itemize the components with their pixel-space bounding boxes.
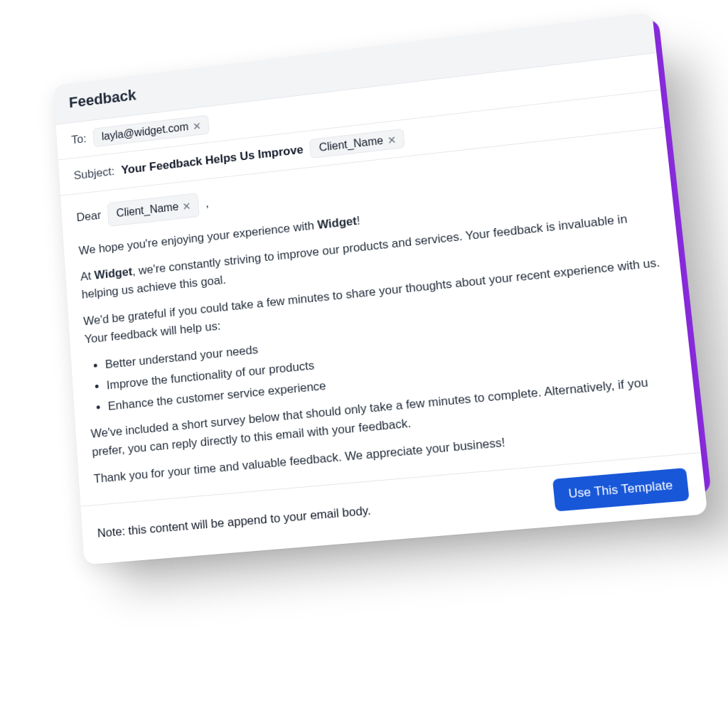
use-template-button[interactable]: Use This Template <box>552 468 690 512</box>
greeting-prefix: Dear <box>76 207 102 228</box>
greeting-variable-chip[interactable]: Client_Name ✕ <box>107 193 199 227</box>
to-chip-text: layla@widget.com <box>101 121 188 143</box>
subject-variable-chip[interactable]: Client_Name ✕ <box>309 129 405 159</box>
close-icon[interactable]: ✕ <box>192 120 201 132</box>
close-icon[interactable]: ✕ <box>182 200 191 212</box>
greeting-suffix: , <box>205 195 209 213</box>
to-chip[interactable]: layla@widget.com ✕ <box>92 115 210 148</box>
footer-note: Note: this content will be append to you… <box>97 503 371 541</box>
greeting-chip-text: Client_Name <box>116 198 179 222</box>
to-label: To: <box>71 132 87 147</box>
subject-chip-text: Client_Name <box>318 134 384 154</box>
brand-name: Widget <box>94 265 133 282</box>
email-template-card: Feedback To: layla@widget.com ✕ Subject:… <box>53 12 707 564</box>
